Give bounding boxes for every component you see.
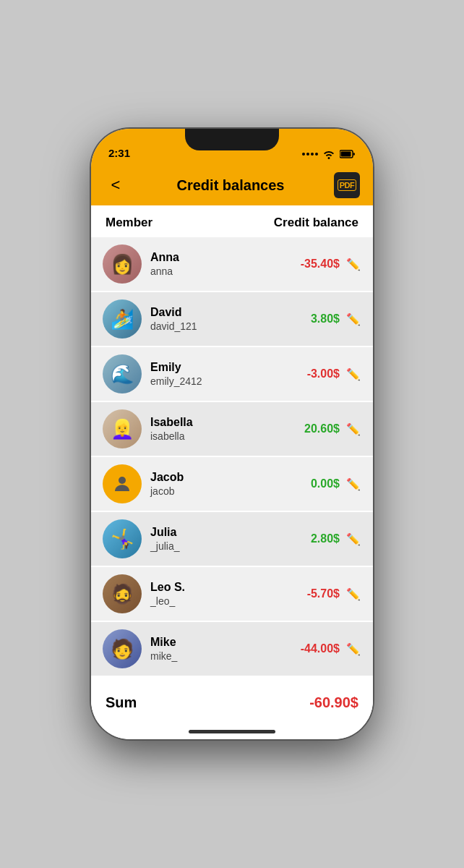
wifi-icon (322, 149, 335, 159)
phone-frame: 2:31 < Credit ba (91, 129, 373, 739)
home-indicator (189, 730, 275, 733)
credit-amount-david: 3.80$ (285, 312, 340, 326)
avatar-jacob (103, 464, 142, 503)
row-right-anna: -35.40$ ✏️ (285, 258, 361, 271)
edit-button-david[interactable]: ✏️ (345, 312, 361, 326)
member-username-julia: _julia_ (150, 540, 285, 553)
avatar-isabella: 👱‍♀️ (103, 409, 142, 448)
credit-amount-emily: -3.00$ (285, 367, 340, 380)
member-row-isabella: 👱‍♀️ Isabella isabella 20.60$ ✏️ (91, 402, 373, 456)
member-list: 👩 Anna anna -35.40$ ✏️ 🏄 David david_121… (91, 237, 373, 676)
credit-amount-julia: 2.80$ (285, 532, 340, 545)
member-name-leo: Leo S. (150, 580, 285, 595)
member-row-julia: 🤸‍♀️ Julia _julia_ 2.80$ ✏️ (91, 512, 373, 566)
member-info-isabella: Isabella isabella (150, 415, 285, 443)
pdf-icon: PDF (338, 179, 357, 191)
content-area: Member Credit balance 👩 Anna anna -35.40… (91, 205, 373, 739)
battery-icon (340, 150, 356, 158)
notch (185, 129, 279, 150)
member-info-julia: Julia _julia_ (150, 525, 285, 553)
avatar-david: 🏄 (103, 299, 142, 339)
member-name-david: David (150, 305, 285, 320)
sum-row: Sum -60.90$ (91, 677, 373, 723)
status-icons (302, 149, 356, 159)
member-name-anna: Anna (150, 250, 285, 265)
member-username-leo: _leo_ (150, 595, 285, 608)
credit-amount-anna: -35.40$ (285, 258, 340, 271)
row-right-julia: 2.80$ ✏️ (285, 532, 361, 546)
member-name-jacob: Jacob (150, 470, 285, 485)
member-info-david: David david_121 (150, 305, 285, 333)
member-info-jacob: Jacob jacob (150, 470, 285, 498)
sum-label: Sum (106, 694, 137, 711)
member-username-isabella: isabella (150, 430, 285, 443)
pdf-button[interactable]: PDF (334, 172, 360, 198)
avatar-emily: 🌊 (103, 354, 142, 393)
header-title: Credit balances (127, 177, 334, 194)
svg-rect-1 (341, 152, 351, 157)
member-name-emily: Emily (150, 360, 285, 375)
avatar-leo: 🧔 (103, 574, 142, 613)
avatar-julia: 🤸‍♀️ (103, 519, 142, 558)
app-header: < Credit balances PDF (91, 165, 373, 205)
member-row-emily: 🌊 Emily emily_2412 -3.00$ ✏️ (91, 347, 373, 401)
edit-button-emily[interactable]: ✏️ (345, 367, 361, 381)
avatar-anna: 👩 (103, 244, 142, 284)
member-column-header: Member (106, 216, 152, 230)
member-info-leo: Leo S. _leo_ (150, 580, 285, 608)
member-name-julia: Julia (150, 525, 285, 540)
member-name-mike: Mike (150, 635, 285, 650)
member-username-david: david_121 (150, 320, 285, 333)
member-username-emily: emily_2412 (150, 375, 285, 388)
member-row-mike: 🧑 Mike mike_ -44.00$ ✏️ (91, 622, 373, 676)
edit-button-mike[interactable]: ✏️ (345, 642, 361, 656)
status-time: 2:31 (108, 147, 130, 159)
table-header: Member Credit balance (91, 205, 373, 237)
member-info-anna: Anna anna (150, 250, 285, 278)
member-row-david: 🏄 David david_121 3.80$ ✏️ (91, 292, 373, 346)
member-info-emily: Emily emily_2412 (150, 360, 285, 388)
credit-column-header: Credit balance (274, 216, 358, 230)
signal-dots-icon (302, 153, 318, 156)
member-row-jacob: Jacob jacob 0.00$ ✏️ (91, 457, 373, 511)
row-right-leo: -5.70$ ✏️ (285, 587, 361, 601)
row-right-emily: -3.00$ ✏️ (285, 367, 361, 381)
row-right-jacob: 0.00$ ✏️ (285, 477, 361, 491)
back-button[interactable]: < (104, 176, 127, 195)
member-username-jacob: jacob (150, 485, 285, 498)
edit-button-jacob[interactable]: ✏️ (345, 477, 361, 491)
edit-button-julia[interactable]: ✏️ (345, 532, 361, 546)
member-username-anna: anna (150, 265, 285, 278)
row-right-mike: -44.00$ ✏️ (285, 642, 361, 656)
avatar-mike: 🧑 (103, 629, 142, 668)
member-username-mike: mike_ (150, 650, 285, 663)
row-right-david: 3.80$ ✏️ (285, 312, 361, 326)
sum-amount: -60.90$ (309, 694, 358, 711)
edit-button-isabella[interactable]: ✏️ (345, 422, 361, 436)
svg-point-2 (119, 477, 126, 484)
member-row-anna: 👩 Anna anna -35.40$ ✏️ (91, 237, 373, 291)
credit-amount-jacob: 0.00$ (285, 477, 340, 490)
member-info-mike: Mike mike_ (150, 635, 285, 663)
credit-amount-isabella: 20.60$ (285, 422, 340, 435)
member-name-isabella: Isabella (150, 415, 285, 430)
phone-screen: 2:31 < Credit ba (91, 129, 373, 739)
member-row-leo: 🧔 Leo S. _leo_ -5.70$ ✏️ (91, 567, 373, 621)
edit-button-leo[interactable]: ✏️ (345, 587, 361, 601)
credit-amount-mike: -44.00$ (285, 642, 340, 655)
credit-amount-leo: -5.70$ (285, 587, 340, 600)
edit-button-anna[interactable]: ✏️ (345, 258, 361, 271)
row-right-isabella: 20.60$ ✏️ (285, 422, 361, 436)
